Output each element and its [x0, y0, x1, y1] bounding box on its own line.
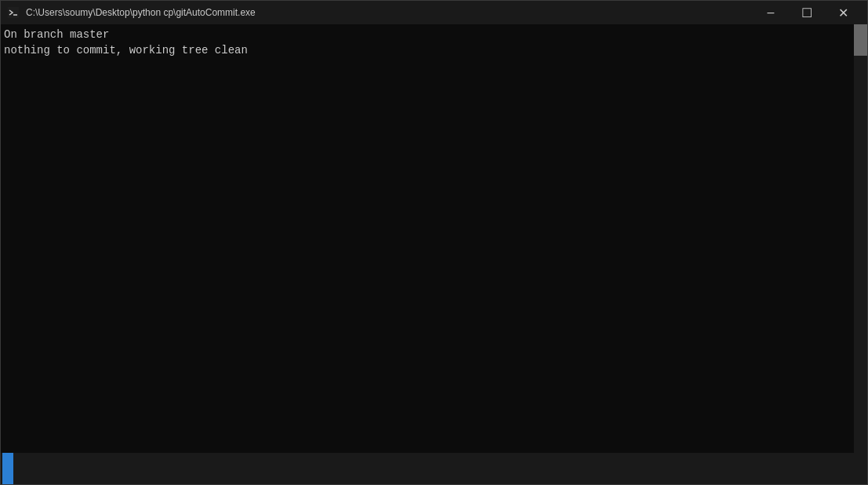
- taskbar-item[interactable]: [2, 453, 13, 484]
- scrollbar-thumb[interactable]: [854, 24, 867, 56]
- title-bar: C:\Users\soumy\Desktop\python cp\gitAuto…: [1, 1, 867, 24]
- title-bar-left: C:\Users\soumy\Desktop\python cp\gitAuto…: [7, 6, 256, 19]
- window-title: C:\Users\soumy\Desktop\python cp\gitAuto…: [26, 7, 256, 18]
- cmd-icon: [7, 6, 20, 19]
- minimize-button[interactable]: –: [753, 1, 789, 24]
- console-area: On branch master nothing to commit, work…: [1, 24, 867, 453]
- taskbar-strip: [1, 453, 867, 484]
- console-output[interactable]: On branch master nothing to commit, work…: [1, 24, 854, 453]
- cmd-window: C:\Users\soumy\Desktop\python cp\gitAuto…: [0, 0, 868, 485]
- window-controls: – ☐ ✕: [753, 1, 861, 24]
- maximize-button[interactable]: ☐: [789, 1, 825, 24]
- scrollbar[interactable]: [854, 24, 867, 453]
- close-button[interactable]: ✕: [825, 1, 861, 24]
